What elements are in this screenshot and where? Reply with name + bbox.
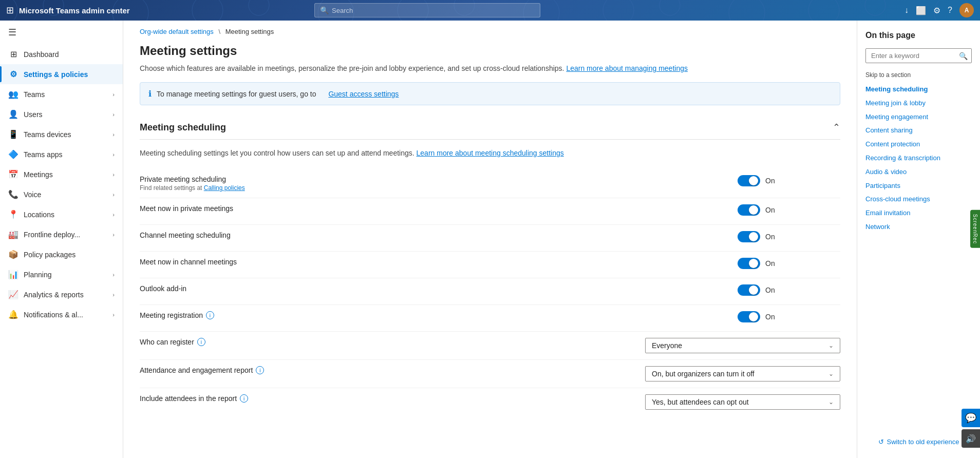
guest-access-link[interactable]: Guest access settings [328, 90, 399, 98]
setting-label: Meet now in channel meetings [140, 258, 725, 266]
info-circle-icon[interactable]: i [197, 338, 205, 346]
notifications-icon: 🔔 [8, 310, 18, 319]
toc-link-audio-video[interactable]: Audio & video [865, 165, 972, 179]
screenrec-badge[interactable]: ScreenRec [970, 210, 980, 248]
toc-link-meeting-scheduling[interactable]: Meeting scheduling [865, 83, 972, 97]
toggle-channel-scheduling[interactable] [738, 231, 760, 242]
section-description: Meeting scheduling settings let you cont… [140, 148, 840, 159]
breadcrumb-parent[interactable]: Org-wide default settings [140, 28, 214, 35]
section-header[interactable]: Meeting scheduling ⌃ [140, 116, 840, 140]
setting-row-private-meeting: Private meeting scheduling Find related … [140, 169, 840, 198]
sidebar-item-label: Dashboard [24, 50, 59, 59]
content-area: Org-wide default settings \ Meeting sett… [123, 21, 857, 458]
sidebar-item-planning[interactable]: 📊 Planning › [0, 264, 123, 284]
toc-link-email-invitation[interactable]: Email invitation [865, 206, 972, 220]
sidebar-item-users[interactable]: 👤 Users › [0, 104, 123, 124]
sidebar-item-analytics-reports[interactable]: 📈 Analytics & reports › [0, 284, 123, 304]
breadcrumb-separator: \ [218, 28, 220, 35]
sidebar-item-teams-devices[interactable]: 📱 Teams devices › [0, 124, 123, 144]
setting-control: Everyone ⌄ [645, 338, 840, 353]
voice-icon: 📞 [8, 189, 18, 199]
right-panel-title: On this page [865, 31, 972, 40]
chat-fab[interactable]: 💬 [962, 409, 980, 427]
include-attendees-select[interactable]: Yes, but attendees can opt out ⌄ [645, 394, 840, 410]
setting-label: Outlook add-in [140, 284, 725, 293]
who-can-register-select[interactable]: Everyone ⌄ [645, 338, 840, 353]
toc-link-recording-transcription[interactable]: Recording & transcription [865, 151, 972, 165]
calling-policies-link[interactable]: Calling policies [204, 184, 245, 192]
sidebar-item-teams[interactable]: 👥 Teams › [0, 84, 123, 104]
scheduling-learn-more-link[interactable]: Learn more about meeting scheduling sett… [417, 149, 564, 157]
sidebar-item-frontline[interactable]: 🏭 Frontline deploy... › [0, 224, 123, 244]
help-fab[interactable]: 🔊 [962, 429, 980, 448]
keyword-input[interactable] [865, 48, 972, 63]
toc-link-meeting-join-lobby[interactable]: Meeting join & lobby [865, 97, 972, 110]
toggle-private-meeting[interactable] [738, 175, 760, 186]
toc-link-content-sharing[interactable]: Content sharing [865, 124, 972, 138]
help-icon[interactable]: ? [948, 6, 952, 15]
toggle-meet-now-private[interactable] [738, 204, 760, 216]
setting-row-who-can-register: Who can register i Everyone ⌄ [140, 331, 840, 359]
setting-row-meet-now-channel: Meet now in channel meetings On [140, 251, 840, 278]
setting-row-meeting-registration: Meeting registration i On [140, 304, 840, 331]
meeting-scheduling-section: Meeting scheduling ⌃ Meeting scheduling … [140, 116, 840, 416]
setting-label: Meeting registration i [140, 311, 725, 319]
sidebar-item-teams-apps[interactable]: 🔷 Teams apps › [0, 144, 123, 164]
sidebar: ☰ ⊞ Dashboard ⚙ Settings & policies 👥 Te… [0, 21, 123, 458]
grid-icon[interactable]: ⊞ [6, 5, 14, 16]
sidebar-item-label: Teams apps [24, 150, 62, 159]
sidebar-item-label: Locations [24, 211, 54, 219]
attendance-report-select[interactable]: On, but organizers can turn it off ⌄ [645, 366, 840, 381]
locations-icon: 📍 [8, 209, 18, 219]
toggle-text: On [765, 286, 775, 294]
chevron-down-icon: › [112, 232, 115, 238]
select-value: Yes, but attendees can opt out [652, 398, 749, 406]
toc-link-network[interactable]: Network [865, 220, 972, 234]
sidebar-item-dashboard[interactable]: ⊞ Dashboard [0, 44, 123, 64]
main-layout: ☰ ⊞ Dashboard ⚙ Settings & policies 👥 Te… [0, 21, 980, 458]
setting-label: Attendance and engagement report i [140, 366, 633, 374]
setting-label: Private meeting scheduling [140, 175, 725, 183]
chevron-down-icon: › [112, 171, 115, 178]
sidebar-item-meetings[interactable]: 📅 Meetings › [0, 164, 123, 184]
sidebar-toggle[interactable]: ☰ [0, 21, 123, 44]
search-input[interactable] [332, 7, 535, 14]
info-circle-icon[interactable]: i [256, 366, 264, 374]
search-bar[interactable]: 🔍 [314, 3, 540, 17]
info-circle-icon[interactable]: i [240, 394, 248, 403]
teams-icon: 👥 [8, 89, 18, 99]
switch-old-label: Switch to old experience [887, 438, 959, 446]
setting-control: On [738, 284, 840, 296]
setting-label-group: Outlook add-in [140, 284, 738, 293]
sidebar-item-settings-policies[interactable]: ⚙ Settings & policies [0, 64, 123, 84]
cast-icon[interactable]: ⬜ [916, 6, 926, 15]
toggle-outlook-addin[interactable] [738, 284, 760, 296]
toc-link-cross-cloud[interactable]: Cross-cloud meetings [865, 193, 972, 206]
info-circle-icon[interactable]: i [206, 311, 214, 319]
sidebar-item-notifications[interactable]: 🔔 Notifications & al... › [0, 304, 123, 325]
learn-more-link[interactable]: Learn more about managing meetings [566, 64, 688, 72]
download-icon[interactable]: ↓ [904, 6, 909, 15]
toggle-meeting-registration[interactable] [738, 311, 760, 322]
avatar[interactable]: A [959, 3, 974, 17]
policy-packages-icon: 📦 [8, 250, 18, 259]
topbar-actions: ↓ ⬜ ⚙ ? A [904, 3, 974, 17]
toggle-meet-now-channel[interactable] [738, 258, 760, 269]
info-banner-text: To manage meeting settings for guest use… [157, 90, 316, 98]
toc-link-meeting-engagement[interactable]: Meeting engagement [865, 110, 972, 124]
sidebar-item-label: Voice [24, 190, 41, 199]
toc-link-content-protection[interactable]: Content protection [865, 138, 972, 151]
planning-icon: 📊 [8, 270, 18, 279]
page-description: Choose which features are available in m… [140, 63, 840, 74]
settings-icon[interactable]: ⚙ [933, 6, 940, 15]
topbar: ⊞ Microsoft Teams admin center 🔍 ↓ ⬜ ⚙ ?… [0, 0, 980, 21]
chevron-down-icon: › [112, 111, 115, 118]
toc-link-participants[interactable]: Participants [865, 179, 972, 193]
setting-control: On [738, 231, 840, 242]
sidebar-item-policy-packages[interactable]: 📦 Policy packages [0, 244, 123, 264]
sidebar-item-locations[interactable]: 📍 Locations › [0, 204, 123, 224]
toggle-text: On [765, 206, 775, 214]
sidebar-item-voice[interactable]: 📞 Voice › [0, 184, 123, 204]
setting-label-group: Meet now in private meetings [140, 204, 738, 213]
setting-label-group: Attendance and engagement report i [140, 366, 645, 374]
